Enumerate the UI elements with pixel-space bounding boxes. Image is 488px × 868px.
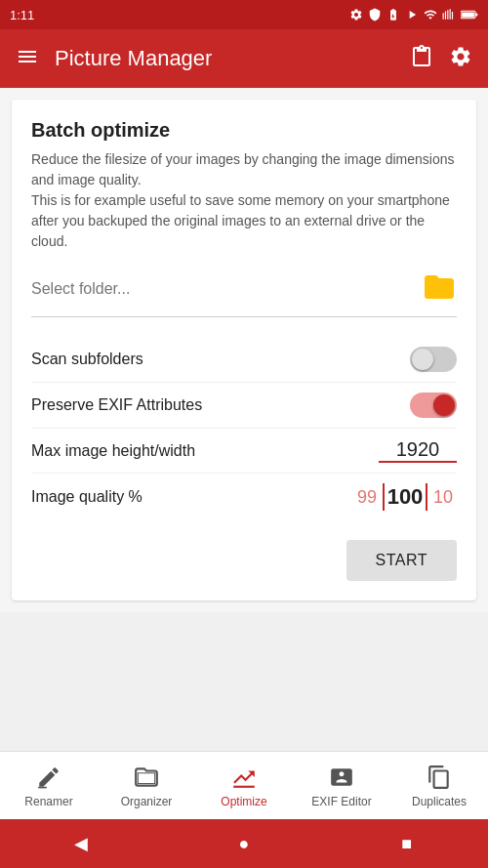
bottom-nav: Renamer Organizer Optimize EXIF Editor [0, 751, 488, 819]
renamer-icon [35, 764, 62, 791]
exif-label: EXIF Editor [311, 795, 371, 808]
quality-right: 10 [429, 487, 457, 508]
max-image-input[interactable] [379, 438, 457, 463]
preserve-exif-label: Preserve EXIF Attributes [31, 396, 202, 414]
exif-icon [328, 764, 355, 791]
folder-row [31, 269, 457, 317]
time-display: 1:11 [10, 8, 34, 22]
app-bar: Picture Manager [0, 29, 488, 88]
start-button-row: Start [31, 540, 457, 581]
status-bar: 1:11 [0, 0, 488, 29]
recent-button[interactable]: ■ [387, 824, 427, 863]
status-time: 1:11 [10, 8, 34, 22]
duplicates-label: Duplicates [412, 795, 467, 808]
max-image-row: Max image height/width [31, 429, 457, 474]
nav-renamer[interactable]: Renamer [0, 756, 98, 816]
menu-button[interactable] [16, 45, 39, 72]
desc-line1: Reduce the filesize of your images by ch… [31, 151, 454, 187]
organizer-icon [133, 764, 160, 791]
preserve-exif-row: Preserve EXIF Attributes [31, 383, 457, 429]
duplicates-icon [426, 764, 453, 791]
back-button[interactable]: ◀ [61, 824, 101, 863]
quality-picker: 99 100 10 [353, 483, 457, 511]
nav-optimize[interactable]: Optimize [195, 756, 293, 816]
preserve-exif-toggle[interactable] [410, 393, 457, 418]
svg-rect-1 [475, 14, 477, 17]
play-status-icon [405, 8, 419, 21]
quality-divider-left [383, 483, 385, 511]
quality-left: 99 [353, 487, 381, 508]
start-button[interactable]: Start [346, 540, 457, 581]
image-quality-row: Image quality % 99 100 10 [31, 474, 457, 520]
optimize-icon [230, 764, 258, 791]
clipboard-button[interactable] [410, 45, 433, 72]
desc-line2: This is for example useful to save some … [31, 192, 450, 249]
battery-full-icon [461, 8, 478, 21]
max-image-label: Max image height/width [31, 442, 195, 460]
svg-rect-2 [462, 12, 474, 17]
card-title: Batch optimize [31, 119, 457, 142]
card-description: Reduce the filesize of your images by ch… [31, 149, 457, 252]
svg-rect-3 [38, 786, 47, 788]
system-nav: ◀ ● ■ [0, 819, 488, 868]
quality-main[interactable]: 100 [386, 484, 424, 510]
optimize-label: Optimize [221, 795, 266, 808]
settings-button[interactable] [449, 45, 472, 72]
scan-subfolders-row: Scan subfolders [31, 337, 457, 383]
status-icons [349, 8, 478, 21]
renamer-label: Renamer [24, 795, 72, 808]
scan-subfolders-toggle[interactable] [410, 347, 457, 372]
battery-status-icon [386, 8, 400, 21]
nav-organizer[interactable]: Organizer [98, 756, 195, 816]
settings-status-icon [349, 8, 363, 21]
app-title: Picture Manager [55, 46, 394, 71]
wifi-status-icon [424, 8, 437, 21]
main-content: Batch optimize Reduce the filesize of yo… [0, 88, 488, 612]
folder-button[interactable] [422, 269, 457, 309]
app-bar-actions [410, 45, 472, 72]
nav-exif[interactable]: EXIF Editor [293, 756, 390, 816]
image-quality-label: Image quality % [31, 488, 142, 506]
organizer-label: Organizer [121, 795, 173, 808]
quality-divider-right [426, 483, 427, 511]
shield-status-icon [368, 8, 382, 21]
folder-input[interactable] [31, 280, 422, 298]
nav-duplicates[interactable]: Duplicates [390, 756, 488, 816]
home-button[interactable]: ● [224, 824, 264, 863]
scan-subfolders-label: Scan subfolders [31, 351, 143, 368]
signal-status-icon [442, 8, 456, 21]
batch-optimize-card: Batch optimize Reduce the filesize of yo… [12, 100, 476, 600]
